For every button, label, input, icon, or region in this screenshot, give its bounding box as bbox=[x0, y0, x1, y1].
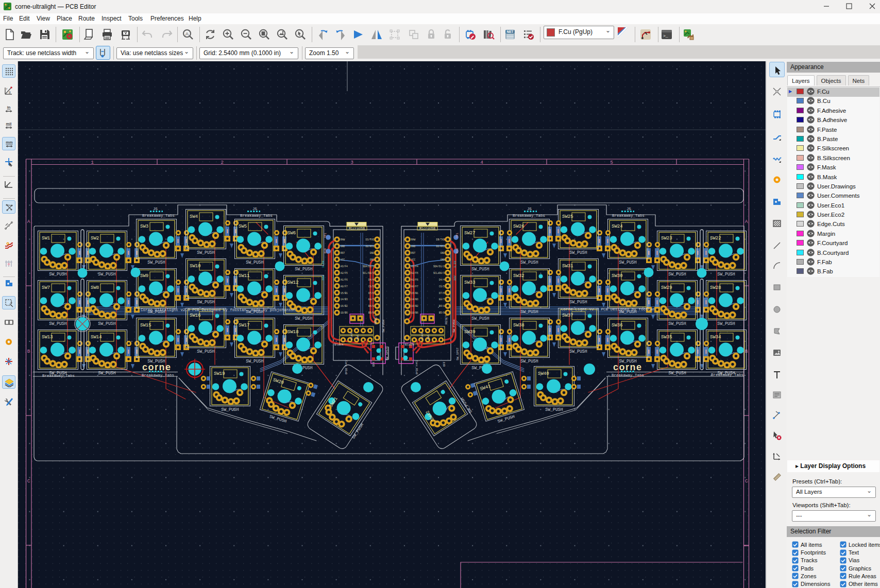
svg-text:A0/F7: A0/F7 bbox=[411, 285, 418, 288]
svg-text:SW1: SW1 bbox=[42, 236, 50, 241]
svg-text:SW_PUSH: SW_PUSH bbox=[569, 300, 587, 304]
svg-text:SW_PUSH: SW_PUSH bbox=[295, 267, 312, 271]
svg-text:Breakaway_Tabs: Breakaway_Tabs bbox=[142, 373, 174, 377]
svg-text:SW40: SW40 bbox=[538, 371, 549, 376]
svg-text:SW_PUSH: SW_PUSH bbox=[98, 321, 115, 326]
svg-text:SW_PUSH: SW_PUSH bbox=[471, 267, 489, 271]
svg-text:SW9: SW9 bbox=[140, 273, 148, 279]
svg-text:mm: mm bbox=[6, 140, 13, 145]
svg-text:SW29: SW29 bbox=[661, 285, 672, 290]
svg-text:SW_PUSH: SW_PUSH bbox=[382, 319, 385, 333]
svg-text:Breakaway_Tabs: Breakaway_Tabs bbox=[142, 214, 175, 218]
svg-text:SW23: SW23 bbox=[661, 236, 672, 241]
svg-text:SW_PUSH: SW_PUSH bbox=[221, 407, 239, 412]
svg-text:SW16: SW16 bbox=[190, 313, 201, 318]
svg-text:E8/7: E8/7 bbox=[439, 298, 445, 301]
svg-text:Breakaway_Tabs: Breakaway_Tabs bbox=[612, 373, 644, 377]
svg-text:Breakaway_Tabs: Breakaway_Tabs bbox=[42, 374, 75, 378]
svg-text:SDA/D1/2: SDA/D1/2 bbox=[433, 265, 445, 268]
svg-text:SW37: SW37 bbox=[562, 313, 573, 318]
svg-text:Conn_01x0: Conn_01x0 bbox=[344, 360, 347, 374]
svg-text:SW33: SW33 bbox=[464, 280, 476, 285]
svg-text:RAW: RAW bbox=[341, 238, 345, 241]
svg-text:SW_PUSH: SW_PUSH bbox=[668, 321, 686, 326]
svg-text:SW25: SW25 bbox=[562, 214, 573, 219]
svg-text:SW12: SW12 bbox=[287, 280, 299, 285]
svg-text:15/B1: 15/B1 bbox=[341, 292, 348, 295]
svg-text:15/B1: 15/B1 bbox=[411, 292, 418, 295]
svg-text:E8/7: E8/7 bbox=[368, 298, 374, 301]
svg-text:SW_PUSH: SW_PUSH bbox=[197, 250, 214, 255]
svg-text:A2/F5: A2/F5 bbox=[341, 272, 348, 274]
svg-text:SW4: SW4 bbox=[190, 214, 198, 219]
svg-text:SDA/D1/2: SDA/D1/2 bbox=[363, 265, 374, 268]
svg-text:Red.: Red. bbox=[427, 334, 430, 340]
svg-text:Black: Black bbox=[350, 332, 353, 340]
svg-text:SW_PUSH: SW_PUSH bbox=[246, 260, 263, 265]
svg-text:16/B2: 16/B2 bbox=[411, 305, 418, 307]
svg-text:Black: Black bbox=[334, 343, 344, 347]
svg-text:Breakaway_Tabs: Breakaway_Tabs bbox=[711, 373, 743, 377]
svg-text:1: 1 bbox=[91, 160, 94, 165]
svg-text:RST: RST bbox=[341, 252, 345, 254]
svg-text:D4/4: D4/4 bbox=[368, 279, 374, 281]
svg-text:B: B bbox=[27, 349, 30, 354]
svg-text:r: r bbox=[6, 87, 8, 91]
svg-text:SW11: SW11 bbox=[239, 273, 250, 279]
svg-text:SW_PUSH: SW_PUSH bbox=[520, 309, 538, 314]
svg-text:D7/6: D7/6 bbox=[368, 292, 374, 295]
svg-text:SW30: SW30 bbox=[612, 273, 623, 279]
svg-text:10/B6: 10/B6 bbox=[411, 312, 418, 314]
svg-text:SW39: SW39 bbox=[464, 330, 476, 335]
svg-text:SW_PUSH: SW_PUSH bbox=[197, 349, 214, 354]
svg-text:OFF: OFF bbox=[443, 361, 446, 367]
svg-text:J5: J5 bbox=[527, 207, 532, 211]
svg-text:SW35: SW35 bbox=[661, 335, 672, 340]
svg-text:A2/F5: A2/F5 bbox=[411, 272, 418, 274]
svg-text:B4/8: B4/8 bbox=[368, 305, 374, 307]
svg-text:Red.: Red. bbox=[357, 334, 360, 340]
svg-text:3.3V: 3.3V bbox=[453, 261, 457, 268]
svg-text:B4/8: B4/8 bbox=[439, 305, 445, 307]
svg-text:SW_PUSH: SW_PUSH bbox=[471, 316, 489, 321]
svg-text:in: in bbox=[7, 105, 11, 110]
svg-text:SW17: SW17 bbox=[239, 323, 250, 328]
svg-text:A0/F7: A0/F7 bbox=[341, 285, 348, 288]
svg-text:corne: corne bbox=[142, 362, 172, 372]
svg-text:3.3V: 3.3V bbox=[321, 261, 325, 268]
svg-text:D2/RX1: D2/RX1 bbox=[365, 245, 374, 248]
svg-text:4: 4 bbox=[480, 160, 483, 165]
svg-text:D2/RX1: D2/RX1 bbox=[436, 245, 445, 248]
svg-text:SW_PUSH: SW_PUSH bbox=[295, 316, 312, 321]
svg-text:SW18: SW18 bbox=[287, 330, 299, 335]
svg-text:14/B3: 14/B3 bbox=[411, 298, 418, 301]
svg-text:Black: Black bbox=[405, 343, 414, 347]
svg-text:SW_PUSH: SW_PUSH bbox=[619, 260, 636, 265]
svg-text:A: A bbox=[27, 219, 30, 224]
svg-text:C6/5: C6/5 bbox=[439, 285, 445, 288]
svg-text:J5: J5 bbox=[627, 207, 632, 211]
svg-text:C: C bbox=[27, 478, 30, 484]
svg-text:D3/TXO: D3/TXO bbox=[436, 238, 445, 241]
svg-text:14/B3: 14/B3 bbox=[341, 298, 348, 301]
svg-text:D4/4: D4/4 bbox=[439, 279, 445, 281]
svg-text:SW_PUSH: SW_PUSH bbox=[98, 272, 115, 276]
svg-text:SW26: SW26 bbox=[513, 224, 524, 229]
svg-text:A1/F6: A1/F6 bbox=[341, 279, 348, 281]
svg-text:VCC: VCC bbox=[341, 258, 345, 261]
svg-text:OFF: OFF bbox=[372, 361, 376, 367]
svg-text:16/B2: 16/B2 bbox=[341, 305, 348, 307]
svg-text:Corne Ultralight v2.0 PCB Desi: Corne Ultralight v2.0 PCB Designed by fo… bbox=[141, 308, 296, 312]
svg-text:J5: J5 bbox=[153, 207, 158, 211]
svg-text:SCL/D0/3: SCL/D0/3 bbox=[363, 272, 374, 274]
svg-text:A3/F4: A3/F4 bbox=[341, 265, 348, 268]
svg-text:SW34: SW34 bbox=[710, 335, 721, 340]
svg-text:B5/9: B5/9 bbox=[368, 312, 374, 314]
svg-text:GND: GND bbox=[441, 258, 445, 261]
svg-text:SW_PUSH: SW_PUSH bbox=[246, 359, 263, 364]
svg-text:Corne-Light v2.0 PCB Designed: Corne-Light v2.0 PCB Designed by foostan bbox=[561, 307, 655, 312]
svg-text:SW_PUSH: SW_PUSH bbox=[520, 260, 538, 265]
svg-text:3: 3 bbox=[350, 160, 353, 165]
svg-text:SW_PUSH: SW_PUSH bbox=[545, 407, 563, 412]
svg-text:SW_PUSH: SW_PUSH bbox=[668, 371, 686, 375]
